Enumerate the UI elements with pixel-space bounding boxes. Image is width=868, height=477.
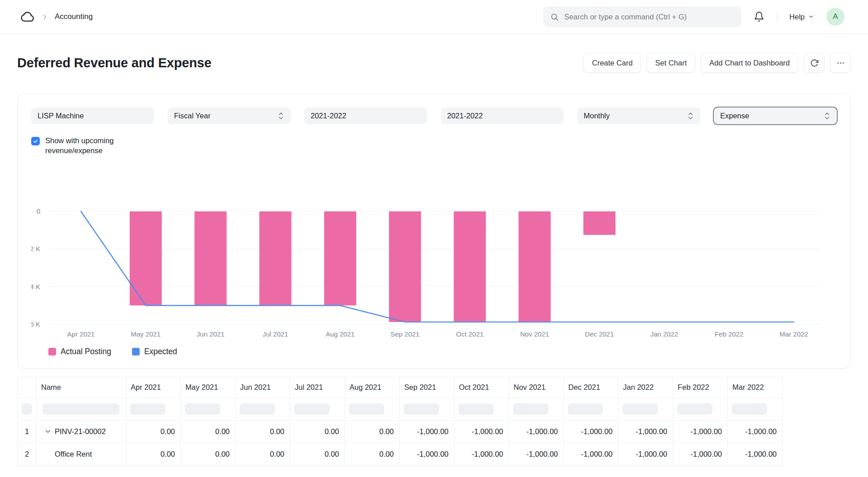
refresh-button[interactable] xyxy=(804,53,825,73)
legend-expected[interactable]: Expected xyxy=(132,347,177,356)
chart-bar[interactable] xyxy=(519,211,551,322)
chevron-right-icon xyxy=(41,13,49,21)
user-avatar[interactable]: A xyxy=(826,8,844,26)
chart-bar[interactable] xyxy=(130,211,162,305)
table-row[interactable]: 2Office Rent0.000.000.000.000.00-1,000.0… xyxy=(18,443,783,465)
column-header[interactable]: Jan 2022 xyxy=(618,377,673,398)
chart-bar[interactable] xyxy=(389,211,421,322)
value-cell[interactable]: 0.00 xyxy=(181,420,236,443)
value-cell[interactable]: 0.00 xyxy=(345,420,400,443)
more-options-button[interactable] xyxy=(830,53,851,73)
row-name-cell[interactable]: Office Rent xyxy=(37,443,126,465)
value-cell[interactable]: 0.00 xyxy=(290,420,345,443)
column-filter-input[interactable] xyxy=(568,403,603,415)
column-filter-input[interactable] xyxy=(513,403,548,415)
filter-based-on-select[interactable]: Fiscal Year xyxy=(168,108,291,124)
column-filter-input[interactable] xyxy=(623,403,658,415)
create-card-button[interactable]: Create Card xyxy=(583,53,641,73)
column-header[interactable]: Nov 2021 xyxy=(509,377,564,398)
column-header[interactable]: Dec 2021 xyxy=(564,377,618,398)
column-filter-input[interactable] xyxy=(130,403,165,415)
show-upcoming-checkbox[interactable] xyxy=(31,137,40,145)
column-header[interactable]: Sep 2021 xyxy=(400,377,454,398)
chart-bar[interactable] xyxy=(194,211,226,305)
value-cell[interactable]: 0.00 xyxy=(126,420,181,443)
table-row[interactable]: 1PINV-21-000020.000.000.000.000.00-1,000… xyxy=(18,420,783,443)
help-menu-button[interactable]: Help xyxy=(789,13,814,21)
value-cell[interactable]: 0.00 xyxy=(126,443,181,465)
column-header[interactable]: Apr 2021 xyxy=(126,377,181,398)
value-cell[interactable]: 0.00 xyxy=(290,443,345,465)
value-cell[interactable]: 0.00 xyxy=(236,443,290,465)
value-cell[interactable]: 0.00 xyxy=(345,443,400,465)
x-axis-label: Feb 2022 xyxy=(715,330,743,338)
top-navbar: Accounting Search or type a command (Ctr… xyxy=(0,0,868,34)
filter-based-on-value: Fiscal Year xyxy=(174,112,278,120)
value-cell[interactable]: -1,000.00 xyxy=(454,420,509,443)
chart-bar[interactable] xyxy=(583,211,615,235)
value-cell[interactable]: -1,000.00 xyxy=(618,443,673,465)
type-select[interactable]: Expense xyxy=(714,108,837,124)
column-header[interactable]: Aug 2021 xyxy=(345,377,400,398)
y-axis-tick-label: 0 xyxy=(37,207,40,215)
column-filter-input[interactable] xyxy=(677,403,712,415)
column-filter-input[interactable] xyxy=(42,403,119,415)
set-chart-button[interactable]: Set Chart xyxy=(646,53,695,73)
value-cell[interactable]: -1,000.00 xyxy=(618,420,673,443)
company-filter-input[interactable]: LISP Machine xyxy=(31,108,154,124)
column-filter-input[interactable] xyxy=(240,403,275,415)
column-filter-row xyxy=(18,398,783,420)
x-axis-label: Jan 2022 xyxy=(650,330,678,338)
value-cell[interactable]: -1,000.00 xyxy=(728,443,783,465)
notifications-bell-icon[interactable] xyxy=(754,11,764,22)
row-name: Office Rent xyxy=(55,450,92,458)
from-fiscal-year-input[interactable]: 2021-2022 xyxy=(304,108,427,124)
column-filter-input[interactable] xyxy=(185,403,220,415)
value-cell[interactable]: -1,000.00 xyxy=(400,443,454,465)
value-cell[interactable]: 0.00 xyxy=(181,443,236,465)
value-cell[interactable]: -1,000.00 xyxy=(564,443,618,465)
value-cell[interactable]: -1,000.00 xyxy=(509,420,564,443)
row-index: 1 xyxy=(18,420,37,443)
value-cell[interactable]: -1,000.00 xyxy=(564,420,618,443)
column-filter-input[interactable] xyxy=(458,403,494,415)
expected-swatch xyxy=(132,348,140,355)
column-header[interactable]: Name xyxy=(37,377,126,398)
value-cell[interactable]: -1,000.00 xyxy=(400,420,454,443)
chart-bar[interactable] xyxy=(324,211,356,305)
chart-bar[interactable] xyxy=(454,211,486,322)
row-name-cell[interactable]: PINV-21-00002 xyxy=(37,420,126,443)
column-header[interactable]: Oct 2021 xyxy=(454,377,509,398)
column-filter-input[interactable] xyxy=(404,403,439,415)
value-cell[interactable]: -1,000.00 xyxy=(728,420,783,443)
y-axis-tick-label: -6 K xyxy=(31,320,40,328)
column-header[interactable]: Mar 2022 xyxy=(728,377,783,398)
column-filter-input[interactable] xyxy=(294,403,330,415)
legend-actual-posting[interactable]: Actual Posting xyxy=(48,347,111,356)
column-filter-input[interactable] xyxy=(732,403,767,415)
x-axis-label: Sep 2021 xyxy=(391,330,420,338)
breadcrumb-accounting[interactable]: Accounting xyxy=(55,12,93,21)
value-cell[interactable]: -1,000.00 xyxy=(673,443,728,465)
x-axis-label: Jun 2021 xyxy=(197,330,225,338)
column-header[interactable]: Feb 2022 xyxy=(673,377,728,398)
value-cell[interactable]: -1,000.00 xyxy=(673,420,728,443)
column-filter-input[interactable] xyxy=(349,403,384,415)
periodicity-select[interactable]: Monthly xyxy=(577,108,700,124)
value-cell[interactable]: 0.00 xyxy=(236,420,290,443)
value-cell[interactable]: -1,000.00 xyxy=(454,443,509,465)
frappe-cloud-logo-icon[interactable] xyxy=(20,11,35,23)
column-header[interactable]: May 2021 xyxy=(181,377,236,398)
global-search-input[interactable]: Search or type a command (Ctrl + G) xyxy=(543,6,741,27)
to-fiscal-year-input[interactable]: 2021-2022 xyxy=(441,108,564,124)
add-chart-to-dashboard-button[interactable]: Add Chart to Dashboard xyxy=(701,53,798,73)
column-header[interactable]: Jul 2021 xyxy=(290,377,345,398)
select-chevrons-icon xyxy=(824,111,830,121)
company-filter-value: LISP Machine xyxy=(38,112,148,120)
chart-bar[interactable] xyxy=(259,211,292,305)
value-cell[interactable]: -1,000.00 xyxy=(509,443,564,465)
column-header[interactable]: Jun 2021 xyxy=(236,377,290,398)
column-filter-input[interactable] xyxy=(22,403,32,415)
expand-chevron-icon[interactable] xyxy=(44,427,52,435)
ellipsis-icon xyxy=(836,59,845,67)
